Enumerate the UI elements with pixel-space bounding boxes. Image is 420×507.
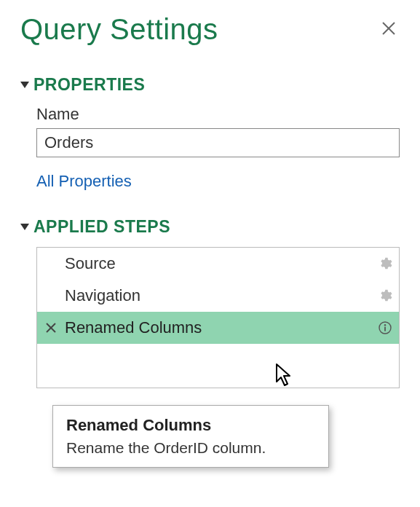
query-settings-panel: Query Settings PROPERTIES Name All Prope… — [0, 0, 420, 388]
panel-title: Query Settings — [20, 13, 218, 46]
step-row-renamed-columns[interactable]: Renamed Columns — [37, 312, 399, 344]
step-row-source[interactable]: Source — [37, 248, 399, 280]
panel-header: Query Settings — [20, 13, 400, 46]
name-label: Name — [36, 105, 400, 124]
gear-icon[interactable] — [371, 256, 399, 271]
close-icon[interactable] — [378, 17, 400, 43]
delete-step-icon[interactable] — [37, 323, 65, 333]
properties-heading: PROPERTIES — [33, 75, 145, 95]
step-label: Source — [65, 254, 371, 273]
step-label: Navigation — [65, 286, 371, 305]
tooltip-title: Renamed Columns — [66, 416, 315, 435]
applied-steps-section: APPLIED STEPS Source Navigation — [20, 217, 400, 388]
all-properties-link[interactable]: All Properties — [36, 172, 132, 191]
step-row-navigation[interactable]: Navigation — [37, 280, 399, 312]
step-label: Renamed Columns — [65, 318, 371, 337]
applied-steps-heading: APPLIED STEPS — [33, 217, 170, 237]
gear-icon[interactable] — [371, 288, 399, 303]
svg-rect-10 — [384, 327, 386, 331]
name-input[interactable] — [36, 128, 400, 157]
applied-steps-header[interactable]: APPLIED STEPS — [20, 217, 400, 237]
svg-point-9 — [384, 324, 386, 326]
properties-section: PROPERTIES Name All Properties — [20, 75, 400, 191]
disclosure-triangle-icon[interactable] — [20, 82, 29, 88]
applied-steps-list: Source Navigation Renamed Columns — [36, 247, 400, 388]
step-tooltip: Renamed Columns Rename the OrderID colum… — [52, 405, 329, 468]
disclosure-triangle-icon[interactable] — [20, 224, 29, 230]
properties-header[interactable]: PROPERTIES — [20, 75, 400, 95]
tooltip-description: Rename the OrderID column. — [66, 439, 315, 457]
info-icon[interactable] — [371, 321, 399, 334]
